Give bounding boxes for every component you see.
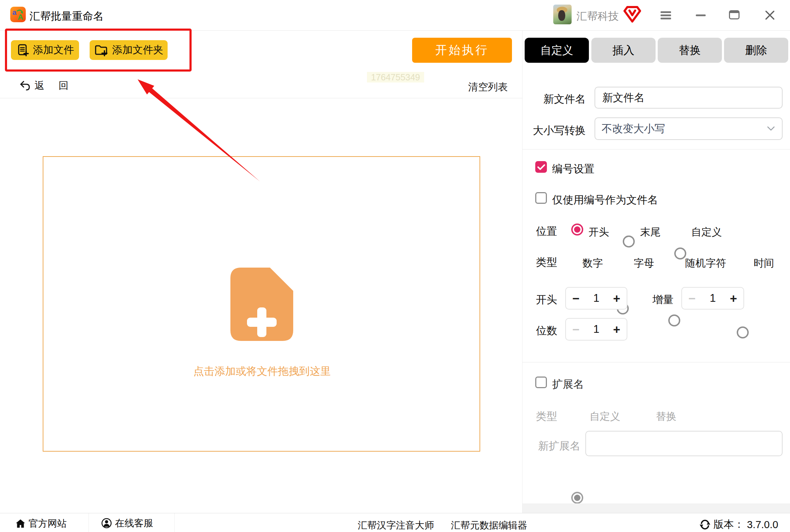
close-button[interactable] (764, 10, 776, 21)
back-icon (18, 80, 31, 91)
increment-value[interactable]: 1 (710, 292, 716, 305)
new-extension-input[interactable] (585, 431, 783, 456)
new-extension-label: 新扩展名 (522, 439, 580, 453)
clear-list-button[interactable]: 清空列表 (468, 80, 508, 94)
avatar (553, 5, 572, 24)
pinyin-app-link[interactable]: 汇帮汉字注音大师 (358, 519, 434, 532)
increment-stepper: − 1 + (681, 287, 744, 310)
annotation-red-box (5, 29, 192, 72)
app-icon-letter-A: A (18, 13, 23, 22)
check-icon (537, 164, 545, 170)
watermark: 1764755349 (367, 72, 424, 82)
chevron-down-icon (767, 126, 775, 131)
radio-type-time-label[interactable]: 时间 (754, 256, 774, 270)
back-label: 返 回 (35, 79, 74, 92)
radio-position-end-label[interactable]: 末尾 (640, 225, 661, 239)
tab-custom[interactable]: 自定义 (525, 38, 589, 63)
vip-badge-icon (623, 5, 641, 23)
start-plus-button[interactable]: + (613, 292, 620, 305)
online-support-link[interactable]: 在线客服 (101, 517, 153, 530)
new-filename-input[interactable] (595, 87, 783, 109)
position-label: 位置 (536, 224, 558, 239)
start-minus-button[interactable]: − (572, 292, 579, 305)
start-execute-label: 开始执行 (435, 42, 489, 58)
case-convert-label: 大小写转换 (522, 123, 586, 138)
maximize-button[interactable] (729, 10, 740, 19)
digits-value[interactable]: 1 (593, 323, 599, 336)
annotation-arrow (131, 71, 268, 187)
start-execute-button[interactable]: 开始执行 (412, 38, 512, 63)
extension-label[interactable]: 扩展名 (552, 377, 584, 392)
radio-type-random-label[interactable]: 随机字符 (685, 256, 726, 270)
radio-type-time[interactable] (737, 326, 749, 338)
version-label: 版本： (713, 518, 744, 532)
radio-position-custom[interactable] (674, 247, 686, 259)
radio-position-start[interactable] (571, 224, 583, 236)
avatar-hair (558, 10, 565, 21)
radio-position-end[interactable] (623, 236, 635, 247)
radio-ext-replace-label[interactable]: 替换 (656, 410, 676, 424)
numbering-label[interactable]: 编号设置 (552, 162, 595, 176)
numbering-checkbox[interactable] (535, 161, 547, 173)
file-drop-zone[interactable]: 点击添加或将文件拖拽到这里 (43, 156, 480, 452)
refresh-icon[interactable] (699, 519, 711, 530)
version-value: 3.7.0.0 (747, 519, 778, 531)
metadata-app-link[interactable]: 汇帮元数据编辑器 (451, 519, 527, 532)
panel-divider-1 (523, 149, 790, 149)
panel-scrollbar-track[interactable] (523, 503, 790, 513)
case-convert-value: 不改变大小写 (602, 122, 665, 136)
increment-minus-button[interactable]: − (688, 292, 695, 305)
digits-stepper: − 1 + (565, 318, 627, 341)
radio-type-letter-label[interactable]: 字母 (634, 256, 654, 270)
type-label: 类型 (536, 255, 558, 270)
brand-name: 汇帮科技 (577, 9, 619, 24)
menu-icon[interactable] (661, 11, 671, 19)
case-convert-select[interactable]: 不改变大小写 (595, 117, 783, 140)
statusbar-separator-1 (89, 513, 89, 532)
digits-minus-button[interactable]: − (572, 323, 579, 336)
digits-plus-button[interactable]: + (613, 323, 620, 336)
radio-position-start-label[interactable]: 开头 (589, 225, 609, 239)
start-number-stepper: − 1 + (565, 287, 627, 310)
radio-type-random[interactable] (668, 314, 680, 326)
app-icon: a A (10, 7, 26, 22)
only-number-checkbox[interactable] (535, 192, 547, 204)
back-button[interactable]: 返 回 (18, 79, 74, 92)
panel-divider-2 (523, 362, 790, 362)
radio-ext-custom[interactable] (571, 492, 583, 504)
radio-ext-custom-label[interactable]: 自定义 (590, 410, 620, 424)
official-website-label: 官方网站 (29, 517, 67, 530)
window-title: 汇帮批量重命名 (30, 9, 104, 24)
app-icon-letter-a: a (12, 8, 17, 17)
online-support-label: 在线客服 (115, 517, 153, 530)
radio-type-number-label[interactable]: 数字 (583, 256, 603, 270)
increment-plus-button[interactable]: + (730, 292, 737, 305)
new-filename-label: 新文件名 (522, 92, 586, 106)
file-plus-icon (230, 268, 293, 341)
increment-label: 增量 (652, 293, 674, 307)
start-value[interactable]: 1 (593, 292, 599, 305)
tab-replace[interactable]: 替换 (658, 38, 722, 63)
tab-delete[interactable]: 删除 (724, 38, 788, 63)
version-area: 版本： 3.7.0.0 (699, 518, 778, 532)
minimize-button[interactable] (696, 14, 706, 16)
home-icon (15, 518, 26, 529)
tab-insert[interactable]: 插入 (591, 38, 656, 63)
statusbar-separator-2 (174, 513, 175, 532)
only-number-label[interactable]: 仅使用编号作为文件名 (552, 193, 658, 207)
extension-checkbox[interactable] (535, 377, 547, 388)
drop-hint-text: 点击添加或将文件拖拽到这里 (43, 364, 481, 379)
extension-type-label: 类型 (536, 409, 558, 424)
radio-position-custom-label[interactable]: 自定义 (691, 225, 722, 239)
official-website-link[interactable]: 官方网站 (15, 517, 67, 530)
digits-label: 位数 (536, 324, 558, 338)
support-person-icon (101, 518, 112, 529)
app-window: a A 汇帮批量重命名 汇帮科技 添加文件 (0, 0, 790, 532)
start-number-label: 开头 (536, 293, 558, 307)
